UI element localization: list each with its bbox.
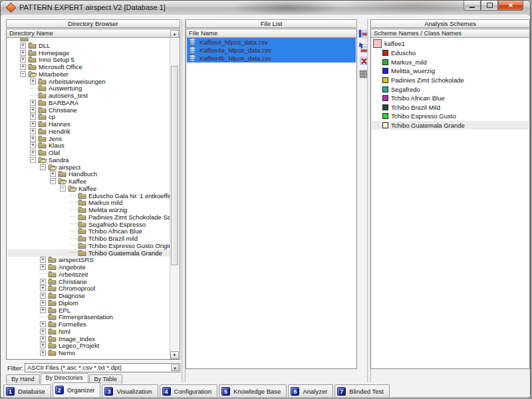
tab-knowledge-base[interactable]: 5Knowledge Base xyxy=(219,384,287,397)
expand-plus-icon[interactable]: + xyxy=(20,64,26,70)
tree-item-nemo[interactable]: +Nemo xyxy=(7,349,170,356)
tab-blinded-test[interactable]: 7Blinded Test xyxy=(334,384,390,397)
tree-item-airspect[interactable]: −airspect xyxy=(7,164,170,171)
expand-plus-icon[interactable]: + xyxy=(40,293,46,299)
expand-plus-icon[interactable]: + xyxy=(20,57,26,63)
tree-item-chromoproof[interactable]: +Chromoproof xyxy=(7,285,170,293)
expand-plus-icon[interactable]: + xyxy=(30,121,36,127)
tree-item-tchibo-guatemala-grande[interactable]: Tchibo Guatemala Grande xyxy=(7,249,170,257)
tab-organizer[interactable]: 2Organizer xyxy=(53,382,101,397)
tree-item-image-index[interactable]: +Image_Index xyxy=(7,335,170,342)
tree-item-epl[interactable]: +EPL xyxy=(7,307,170,314)
expand-plus-icon[interactable]: + xyxy=(40,257,46,263)
file-row-kaffee4-nlpos-data-csv[interactable]: Kaffee4_Nlpos_data.csv xyxy=(187,38,356,46)
filter-combobox[interactable]: ASCII Files (*.asc *.csv *.txt *.dpt) ▼ xyxy=(25,363,180,372)
expand-plus-icon[interactable]: + xyxy=(30,78,36,84)
expand-plus-icon[interactable]: + xyxy=(40,350,46,356)
expand-plus-icon[interactable]: + xyxy=(30,107,36,113)
expand-plus-icon[interactable]: + xyxy=(40,329,46,334)
class-row-markus-mild[interactable]: Markus_mild xyxy=(372,58,529,67)
tree-item-hannes[interactable]: +Hannes xyxy=(7,120,170,128)
maximize-button[interactable] xyxy=(481,1,498,11)
tree-item-handbuch[interactable]: +Handbuch xyxy=(7,171,170,178)
tree-item-kaffee[interactable]: −Kaffee xyxy=(7,185,170,192)
tree-item-html[interactable]: +html xyxy=(7,328,170,335)
class-row-melitta-wuerzig[interactable]: Melitta_wuerzig xyxy=(372,66,529,76)
expand-plus-icon[interactable]: + xyxy=(50,171,56,177)
tree-item-klaus[interactable]: +Klaus xyxy=(7,142,170,150)
collapse-minus-icon[interactable]: − xyxy=(20,71,26,77)
tree-item-hendrik[interactable]: +Hendrik xyxy=(7,128,170,135)
class-row-tchibo-brazil-mild[interactable]: Tchibo Brazil Mild xyxy=(372,103,529,112)
tab-visualization[interactable]: 3Visualization xyxy=(102,384,158,397)
tree-item-tchibo-brazil-mild[interactable]: Tchibo Brazil mild xyxy=(7,235,170,242)
expand-plus-icon[interactable]: + xyxy=(40,279,46,285)
tab-database[interactable]: 1Database xyxy=(3,384,51,397)
tree-item-markus-mild[interactable]: Markus mild xyxy=(7,200,170,207)
tree-item-arbeitsanweisungen[interactable]: +Arbeitsanweisungen xyxy=(7,78,170,85)
tree-item-segafredo-espresso[interactable]: Segafredo Espresso xyxy=(7,221,170,228)
tree-item-dll[interactable]: +DLL xyxy=(7,42,170,49)
class-row-segafredo[interactable]: Segafredo xyxy=(372,84,529,94)
class-row-tchibo-guatemala-grande[interactable]: Tchibo Guatemala Grande xyxy=(372,121,529,130)
directory-tree-scrollbar[interactable]: ▲ ▼ xyxy=(170,38,179,359)
scroll-down-icon[interactable]: ▼ xyxy=(170,351,179,359)
expand-plus-icon[interactable]: + xyxy=(20,43,26,49)
expand-plus-icon[interactable]: + xyxy=(40,342,46,348)
scroll-up-icon[interactable]: ▲ xyxy=(170,30,179,38)
minimize-button[interactable] xyxy=(464,1,481,11)
tree-item-legeo-projekt[interactable]: +Legeo_Projekt xyxy=(7,342,170,350)
tree-item-mitarbeiter[interactable]: −Mitarbeiter xyxy=(7,70,170,78)
collapse-minus-icon[interactable]: − xyxy=(30,157,36,163)
scheme-row-kaffee1[interactable]: kaffee1 xyxy=(372,38,529,49)
tree-item-eduscho-gala-nr-1-entkoeffiniert[interactable]: Eduscho Gala Nr. 1 entkoeffiniert xyxy=(7,192,170,200)
tab-analyzer[interactable]: 6Analyzer xyxy=(288,384,333,397)
tree-item-inno-setup-5[interactable]: +Inno Setup 5 xyxy=(7,57,170,64)
tree-item-angebote[interactable]: +Angebote xyxy=(7,263,170,271)
tree-item-auswertung[interactable]: Auswertung xyxy=(7,85,170,92)
tree-item-christiane[interactable]: +Christiane xyxy=(7,106,170,114)
tree-item-padinies-zimt-schokolade-sahne[interactable]: Padinies Zimt Schokolade Sahne xyxy=(7,213,170,221)
tree-item-jens[interactable]: +Jens xyxy=(7,135,170,142)
class-row-padinies-zimt-schokolade[interactable]: Padinies Zimt Schokolade xyxy=(372,76,529,85)
tree-item-formelles[interactable]: +Formelles xyxy=(7,321,170,328)
tree-item-olaf[interactable]: +Olaf xyxy=(7,149,170,156)
tree-item-cp[interactable]: +cp xyxy=(7,114,170,121)
tree-item-tchibo-espresso-gusto-originale[interactable]: Tchibo Espresso Gusto Originale xyxy=(7,242,170,249)
tree-item-airspectsrs[interactable]: +airspectSRS xyxy=(7,257,170,264)
tree-item-firmenpr-sentation[interactable]: Firmenpräsentation xyxy=(7,314,170,321)
expand-plus-icon[interactable]: + xyxy=(20,50,26,56)
file-row-kaffee4a-nlpos-data-csv[interactable]: Kaffee4a_Nlpos_data.csv xyxy=(187,46,356,54)
expand-plus-icon[interactable]: + xyxy=(30,128,36,134)
expand-plus-icon[interactable]: + xyxy=(40,307,46,313)
collapse-minus-icon[interactable]: − xyxy=(50,178,56,184)
tree-item-barbara[interactable]: +BARBARA xyxy=(7,99,170,106)
tree-item-christiane[interactable]: +Christiane xyxy=(7,278,170,285)
expand-plus-icon[interactable]: + xyxy=(40,285,46,291)
collapse-minus-icon[interactable]: − xyxy=(60,186,66,192)
expand-plus-icon[interactable]: + xyxy=(30,136,36,142)
tree-item-autosens-test[interactable]: autosens_test xyxy=(7,92,170,99)
expand-plus-icon[interactable]: + xyxy=(30,100,36,106)
class-row-tchibo-african-blue[interactable]: Tchibo African Blue xyxy=(372,94,529,103)
dropdown-arrow-icon[interactable]: ▼ xyxy=(171,364,179,371)
close-button[interactable]: ✕ xyxy=(498,1,523,11)
class-row-eduscho[interactable]: Eduscho xyxy=(372,49,529,58)
class-row-tchibo-espresso-gusto[interactable]: Tchibo Espresso Gusto xyxy=(372,112,529,121)
tree-item-tchibo-african-blue[interactable]: Tchibo African Blue xyxy=(7,228,170,235)
tree-item-arbeitszeit[interactable]: Arbeitszeit xyxy=(7,271,170,278)
tree-item-sandra[interactable]: −Sandra xyxy=(7,156,170,164)
tree-item-diagnose[interactable]: +Diagnose xyxy=(7,292,170,299)
tree-item-homepage[interactable]: +Homepage xyxy=(7,49,170,57)
tab-configuration[interactable]: 4Configuration xyxy=(160,384,218,397)
tree-item-melitta-w-rzig[interactable]: Melitta würzig xyxy=(7,206,170,213)
expand-plus-icon[interactable]: + xyxy=(30,150,36,156)
tree-item-diplom[interactable]: +Diplom xyxy=(7,299,170,307)
expand-plus-icon[interactable]: + xyxy=(40,321,46,327)
collapse-minus-icon[interactable]: − xyxy=(40,164,46,170)
file-row-kaffee4b-nlpos-data-csv[interactable]: Kaffee4b_Nlpos_data.csv xyxy=(187,55,356,63)
expand-plus-icon[interactable]: + xyxy=(30,114,36,120)
expand-plus-icon[interactable]: + xyxy=(40,336,46,342)
tree-item-kaffee[interactable]: −Kaffee xyxy=(7,178,170,185)
expand-plus-icon[interactable]: + xyxy=(30,142,36,148)
